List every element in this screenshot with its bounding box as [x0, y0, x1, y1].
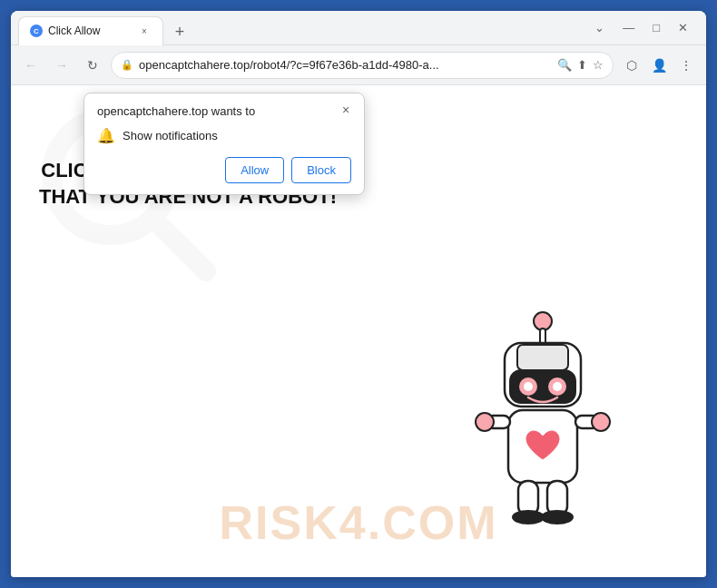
- svg-point-15: [592, 413, 610, 431]
- bookmark-icon: ☆: [593, 58, 604, 72]
- menu-button[interactable]: ⋮: [673, 53, 699, 78]
- forward-button[interactable]: →: [49, 53, 74, 78]
- tab-favicon: C: [30, 24, 43, 37]
- search-icon: 🔍: [557, 58, 572, 72]
- extensions-button[interactable]: ⬡: [619, 53, 644, 78]
- toolbar: ← → ↻ 🔒 opencaptchahere.top/robot4/?c=9f…: [11, 45, 706, 85]
- svg-point-10: [553, 382, 562, 391]
- window-chevron-icon: ⌄: [587, 19, 612, 36]
- title-bar: C Click Allow × + ⌄ — □ ✕: [11, 11, 706, 45]
- svg-point-9: [524, 382, 533, 391]
- tab-close-button[interactable]: ×: [137, 24, 152, 38]
- profile-button[interactable]: 👤: [646, 53, 672, 78]
- notification-popup: opencaptchahere.top wants to × 🔔 Show no…: [83, 93, 365, 195]
- page-content: RISK4.COM CLICK «ALLOW» TO CONFIRM THAT …: [11, 85, 706, 577]
- popup-buttons: Allow Block: [97, 157, 351, 183]
- back-icon: ←: [25, 58, 37, 73]
- svg-line-1: [156, 221, 206, 271]
- active-tab[interactable]: C Click Allow ×: [18, 16, 163, 45]
- maximize-button[interactable]: □: [645, 19, 667, 36]
- toolbar-icons: ⬡ 👤 ⋮: [619, 53, 699, 78]
- share-icon: ⬆: [577, 58, 587, 72]
- tab-strip: C Click Allow × +: [18, 11, 587, 45]
- block-button[interactable]: Block: [291, 157, 351, 183]
- address-bar[interactable]: 🔒 opencaptchahere.top/robot4/?c=9f67e36b…: [111, 52, 614, 79]
- tab-title: Click Allow: [48, 24, 132, 37]
- bell-icon: 🔔: [97, 127, 115, 144]
- forward-icon: →: [55, 58, 68, 73]
- robot-illustration: [452, 305, 634, 559]
- window-controls: ⌄ — □ ✕: [587, 19, 699, 36]
- robot-container: [452, 305, 652, 577]
- svg-rect-5: [517, 345, 568, 370]
- popup-notification-row: 🔔 Show notifications: [97, 127, 351, 144]
- back-button[interactable]: ←: [18, 53, 44, 78]
- browser-window: C Click Allow × + ⌄ — □ ✕ ← → ↻ 🔒 openca…: [11, 11, 706, 577]
- popup-title: opencaptchahere.top wants to: [97, 104, 351, 118]
- minimize-button[interactable]: —: [615, 19, 642, 36]
- close-button[interactable]: ✕: [671, 19, 695, 36]
- svg-point-18: [512, 510, 545, 524]
- popup-close-button[interactable]: ×: [337, 101, 355, 119]
- svg-point-19: [541, 510, 574, 524]
- notification-label: Show notifications: [123, 129, 218, 142]
- lock-icon: 🔒: [121, 59, 133, 71]
- address-text: opencaptchahere.top/robot4/?c=9f67e36b-a…: [139, 58, 552, 72]
- allow-button[interactable]: Allow: [225, 157, 284, 183]
- favicon-letter: C: [34, 27, 39, 35]
- reload-icon: ↻: [87, 58, 98, 73]
- reload-button[interactable]: ↻: [80, 53, 105, 78]
- svg-point-13: [476, 413, 494, 431]
- new-tab-button[interactable]: +: [167, 20, 192, 45]
